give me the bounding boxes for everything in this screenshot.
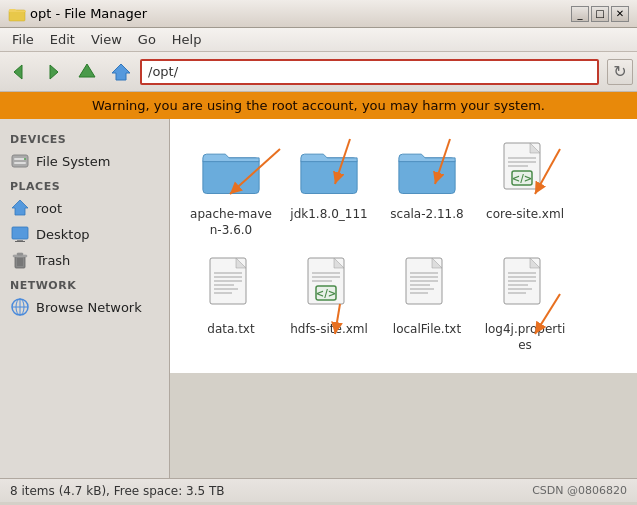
location-bar[interactable]: /opt/ — [140, 59, 599, 85]
file-label-scala-2-11-8: scala-2.11.8 — [390, 207, 463, 223]
svg-rect-51 — [410, 276, 438, 278]
titlebar-left: opt - File Manager — [8, 5, 147, 23]
xml-icon: </> — [304, 256, 354, 316]
file-icon-wrapper-hdfs-site-xml: </> — [297, 254, 361, 318]
svg-rect-39 — [214, 288, 238, 290]
svg-rect-53 — [410, 284, 430, 286]
text-icon — [500, 256, 550, 316]
home-icon — [110, 61, 132, 83]
file-label-log4j-properties: log4j.properties — [484, 322, 566, 353]
statusbar-text: 8 items (4.7 kB), Free space: 3.5 TB — [10, 484, 532, 498]
menu-file[interactable]: File — [4, 30, 42, 49]
file-icon-wrapper-scala-2-11-8 — [395, 139, 459, 203]
svg-point-8 — [24, 158, 26, 160]
svg-rect-43 — [312, 272, 340, 274]
titlebar: opt - File Manager _ □ ✕ — [0, 0, 637, 28]
maximize-button[interactable]: □ — [591, 6, 609, 22]
desktop-icon — [10, 224, 30, 244]
warning-bar: Warning, you are using the root account,… — [0, 92, 637, 119]
text-icon — [206, 256, 256, 316]
toolbar: /opt/ ↻ — [0, 52, 637, 92]
sidebar-item-browse-network[interactable]: Browse Network — [0, 294, 169, 320]
file-icon-wrapper-jdk1-8-0_111 — [297, 139, 361, 203]
sidebar-item-root[interactable]: root — [0, 195, 169, 221]
file-item-data-txt[interactable]: data.txt — [186, 250, 276, 357]
file-item-hdfs-site-xml[interactable]: </> hdfs-site.xml — [284, 250, 374, 357]
svg-rect-63 — [508, 292, 526, 294]
svg-rect-40 — [214, 292, 232, 294]
titlebar-controls: _ □ ✕ — [571, 6, 629, 22]
svg-rect-60 — [508, 280, 536, 282]
svg-rect-36 — [214, 276, 242, 278]
file-label-apache-maven-3-6-0: apache-maven-3.6.0 — [190, 207, 272, 238]
sidebar: DEVICES File System PLACES root — [0, 119, 170, 478]
svg-rect-58 — [508, 272, 536, 274]
svg-rect-55 — [410, 292, 428, 294]
file-item-scala-2-11-8[interactable]: scala-2.11.8 — [382, 135, 472, 242]
file-icon-wrapper-apache-maven-3-6-0 — [199, 139, 263, 203]
folder-icon — [299, 145, 359, 197]
svg-rect-28 — [508, 157, 536, 159]
svg-rect-15 — [17, 253, 23, 255]
file-area-wrapper: apache-maven-3.6.0 jdk1.8.0_111 scala-2.… — [170, 119, 637, 478]
home-button[interactable] — [106, 57, 136, 87]
svg-rect-14 — [13, 255, 27, 257]
sidebar-item-desktop[interactable]: Desktop — [0, 221, 169, 247]
svg-rect-62 — [508, 288, 532, 290]
refresh-button[interactable]: ↻ — [607, 59, 633, 85]
titlebar-title: opt - File Manager — [30, 6, 147, 21]
svg-rect-61 — [508, 284, 528, 286]
file-icon-wrapper-log4j-properties — [493, 254, 557, 318]
svg-rect-10 — [12, 227, 28, 239]
location-text: /opt/ — [148, 64, 591, 79]
svg-rect-38 — [214, 284, 234, 286]
statusbar: 8 items (4.7 kB), Free space: 3.5 TB CSD… — [0, 478, 637, 502]
menu-help[interactable]: Help — [164, 30, 210, 49]
close-button[interactable]: ✕ — [611, 6, 629, 22]
network-icon — [10, 297, 30, 317]
filesystem-icon — [10, 151, 30, 171]
back-icon — [8, 61, 30, 83]
menu-edit[interactable]: Edit — [42, 30, 83, 49]
up-icon — [76, 61, 98, 83]
svg-rect-59 — [508, 276, 536, 278]
file-area: apache-maven-3.6.0 jdk1.8.0_111 scala-2.… — [170, 119, 637, 373]
minimize-button[interactable]: _ — [571, 6, 589, 22]
file-label-hdfs-site-xml: hdfs-site.xml — [290, 322, 368, 338]
svg-marker-2 — [50, 65, 58, 79]
menu-view[interactable]: View — [83, 30, 130, 49]
text-icon — [402, 256, 452, 316]
svg-rect-45 — [312, 280, 332, 282]
file-item-apache-maven-3-6-0[interactable]: apache-maven-3.6.0 — [186, 135, 276, 242]
svg-marker-3 — [79, 64, 95, 77]
svg-rect-50 — [410, 272, 438, 274]
folder-icon — [397, 145, 457, 197]
file-label-jdk1-8-0_111: jdk1.8.0_111 — [290, 207, 367, 223]
file-item-localFile-txt[interactable]: localFile.txt — [382, 250, 472, 357]
up-button[interactable] — [72, 57, 102, 87]
svg-text:</>: </> — [512, 173, 532, 184]
sidebar-item-filesystem[interactable]: File System — [0, 148, 169, 174]
svg-rect-30 — [508, 165, 528, 167]
file-icon-wrapper-core-site-xml: </> — [493, 139, 557, 203]
menubar: File Edit View Go Help — [0, 28, 637, 52]
forward-button[interactable] — [38, 57, 68, 87]
file-label-core-site-xml: core-site.xml — [486, 207, 564, 223]
sidebar-item-trash[interactable]: Trash — [0, 247, 169, 273]
svg-rect-52 — [410, 280, 438, 282]
file-item-jdk1-8-0_111[interactable]: jdk1.8.0_111 — [284, 135, 374, 242]
file-icon-wrapper-localFile-txt — [395, 254, 459, 318]
folder-icon — [201, 145, 261, 197]
trash-icon — [10, 250, 30, 270]
statusbar-credit: CSDN @0806820 — [532, 484, 627, 497]
back-button[interactable] — [4, 57, 34, 87]
menu-go[interactable]: Go — [130, 30, 164, 49]
titlebar-folder-icon — [8, 5, 26, 23]
trash-label: Trash — [36, 253, 70, 268]
desktop-label: Desktop — [36, 227, 90, 242]
file-item-core-site-xml[interactable]: </> core-site.xml — [480, 135, 570, 242]
file-item-log4j-properties[interactable]: log4j.properties — [480, 250, 570, 357]
svg-rect-44 — [312, 276, 340, 278]
svg-rect-25 — [399, 158, 455, 194]
warning-text: Warning, you are using the root account,… — [92, 98, 545, 113]
